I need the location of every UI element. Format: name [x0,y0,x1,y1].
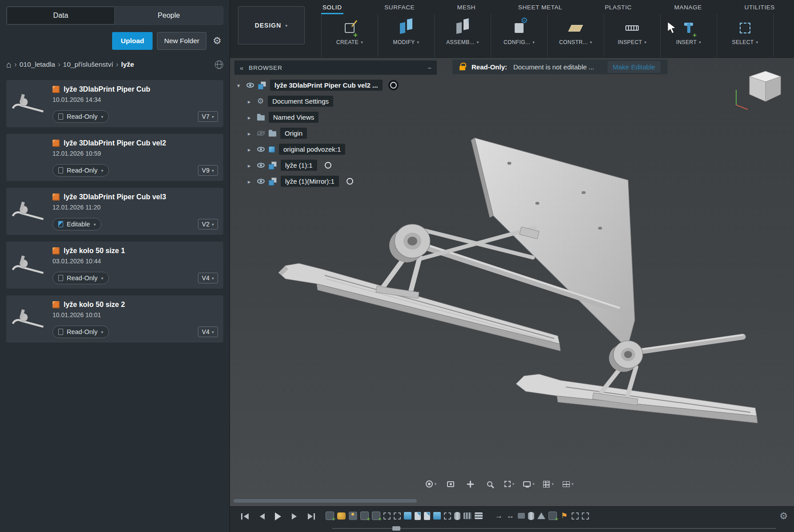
new-component[interactable] [372,512,380,520]
node-label[interactable]: lyže 3DlabPrint Piper Cub vel2 ... [270,80,383,91]
ribbon-tab[interactable]: MESH [456,0,477,14]
status-pill[interactable]: Editable ▾ [52,218,101,230]
panel-tab[interactable]: People [115,7,223,24]
view-cube[interactable] [726,64,784,115]
new-component[interactable] [326,512,334,520]
breadcrumb-item[interactable]: › lyže [116,60,134,69]
step-forward[interactable] [287,509,301,524]
version-badge[interactable]: V9 ▾ [198,165,218,176]
chevron-down-icon[interactable]: ▾ [512,482,515,486]
status-pill[interactable]: Read-Only ▾ [52,110,109,123]
visibility-eye-icon[interactable] [257,163,265,168]
timeline-horizontal-scrollbar[interactable] [234,499,417,503]
browser-tree-row[interactable]: Named Views [234,110,437,124]
node-label[interactable]: original podvozek:1 [279,144,345,155]
visibility-eye-icon[interactable] [246,83,254,88]
browser-tree-row[interactable]: lyže 3DlabPrint Piper Cub vel2 ... [234,78,437,92]
node-label[interactable]: lyže (1):1 [281,160,317,171]
ribbon-group[interactable]: INSPECT ▾ [604,14,661,57]
ribbon-group-icon[interactable] [396,19,416,37]
milestone-flag[interactable] [560,512,568,520]
ribbon-group-icon[interactable] [735,19,755,37]
ribbon-group[interactable]: SELECT ▾ [717,14,774,57]
workspace-switcher[interactable]: DESIGN ▾ [238,6,305,44]
play[interactable] [271,509,285,524]
container[interactable] [518,513,525,519]
visibility-eye-icon[interactable] [257,147,265,152]
draft[interactable] [537,512,545,519]
collapse-panel-icon[interactable]: « [240,64,243,72]
make-editable-button[interactable]: Make Editable [608,61,661,73]
ribbon-group[interactable]: CONFIG... ▾ [491,14,548,57]
browser-tree-row[interactable]: Origin [234,126,437,140]
version-badge[interactable]: V4 ▾ [198,326,218,337]
modify-feature[interactable] [415,512,421,520]
sketch[interactable] [394,512,401,520]
align[interactable] [506,512,515,520]
zoom-window[interactable]: ▾ [502,477,517,491]
browser-tree-row[interactable]: Document Settings [234,94,437,108]
step-back[interactable] [255,509,269,524]
ribbon-group-icon[interactable] [340,19,359,37]
expand-arrow-icon[interactable] [248,113,253,121]
chevron-down-icon[interactable]: ▾ [572,482,574,486]
ribbon-group[interactable]: ASSEMB... ▾ [435,14,491,57]
new-folder-button[interactable]: New Folder [157,32,206,50]
hole[interactable] [454,512,460,520]
chevron-down-icon[interactable]: ▾ [532,482,535,486]
ribbon-tab[interactable]: SURFACE [383,0,416,14]
node-label[interactable]: lyže (1)(Mirror):1 [281,176,339,187]
status-pill[interactable]: Read-Only ▾ [52,326,109,338]
upload-button[interactable]: Upload [112,32,153,50]
zoom[interactable]: ▾ [482,477,497,491]
grid-settings[interactable]: ▾ [541,477,556,491]
status-pill[interactable]: Read-Only ▾ [52,164,109,177]
node-label[interactable]: Document Settings [268,96,333,107]
expand-arrow-icon[interactable] [248,177,253,185]
ribbon-tab[interactable]: UTILITIES [743,0,776,14]
new-component[interactable] [360,512,369,520]
sketch[interactable] [572,512,579,520]
ribbon-group[interactable]: MODIFY ▾ [378,14,435,57]
ribbon-tab[interactable]: SHEET METAL [517,0,564,14]
expand-arrow-icon[interactable] [248,145,253,153]
ribbon-group[interactable]: CONSTR... ▾ [548,14,604,57]
panel-tab[interactable]: Data [7,7,115,24]
orbit[interactable]: ▾ [423,477,439,491]
timeline-slider-track[interactable] [332,528,776,529]
look-at[interactable]: ▾ [443,477,458,491]
file-card[interactable]: lyže 3DlabPrint Piper Cub vel2 12.01.202… [6,134,223,181]
extrude[interactable] [433,512,441,520]
timeline-slider-handle[interactable] [392,526,400,531]
activate-component-radio[interactable] [325,162,331,169]
loft[interactable] [475,512,483,519]
viewport-3d[interactable]: « BROWSER − lyže 3DlabPrint Piper Cub ve… [230,58,794,506]
expand-arrow-icon[interactable] [248,129,253,137]
move[interactable] [495,512,503,520]
activate-component-radio[interactable] [390,82,397,89]
viewports[interactable]: ▾ [560,477,576,491]
version-badge[interactable]: V4 ▾ [198,273,218,283]
browser-tree-row[interactable]: lyže (1)(Mirror):1 [234,174,437,188]
go-to-end[interactable] [303,509,317,524]
pan[interactable]: ▾ [463,477,478,491]
node-label[interactable]: Named Views [269,112,318,123]
expand-arrow-icon[interactable] [248,161,253,169]
web-globe-icon[interactable] [215,60,223,69]
file-card[interactable]: lyže kolo 50 size 1 03.01.2026 10:44 Rea… [6,242,223,289]
ribbon-group[interactable]: CREATE ▾ [322,14,378,57]
breadcrumb-item[interactable]: › 10_příslušenství [58,60,113,69]
timeline-settings-gear-icon[interactable]: ⚙ [779,511,788,521]
ribbon-group-icon[interactable] [509,19,529,37]
modify-feature[interactable] [424,512,430,520]
chevron-down-icon[interactable]: ▾ [435,482,437,486]
status-pill[interactable]: Read-Only ▾ [52,272,109,284]
ribbon-tab[interactable]: PLASTIC [604,0,633,14]
node-label[interactable]: Origin [280,128,307,139]
sketch[interactable] [582,512,589,520]
activate-component-radio[interactable] [347,178,353,185]
cylinder[interactable] [528,512,534,520]
panel-settings-gear-icon[interactable]: ⚙ [211,36,223,46]
ribbon-group-icon[interactable] [453,19,472,37]
breadcrumb-item[interactable]: › 010_letadla [14,60,55,69]
